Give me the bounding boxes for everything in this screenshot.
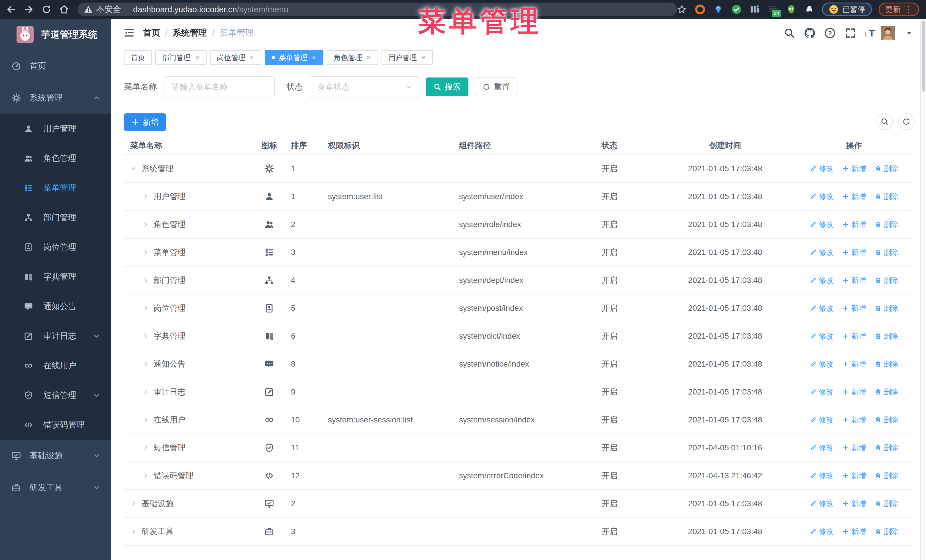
delete-action[interactable]: 删除 — [875, 387, 899, 397]
add-action[interactable]: 新增 — [842, 303, 866, 313]
edit-action[interactable]: 修改 — [810, 499, 834, 509]
sidebar-item-首页[interactable]: 首页 — [0, 50, 111, 82]
add-action[interactable]: 新增 — [842, 443, 866, 453]
menu-name-input[interactable] — [164, 76, 275, 97]
profile-paused-badge[interactable]: 已暂停 — [822, 3, 872, 16]
status-select[interactable]: 菜单状态 — [310, 76, 419, 97]
expand-caret[interactable] — [142, 333, 149, 340]
extension-gem-icon[interactable] — [713, 4, 724, 15]
edit-action[interactable]: 修改 — [810, 220, 834, 229]
extension-columns-icon[interactable] — [749, 4, 761, 15]
add-action[interactable]: 新增 — [842, 359, 866, 369]
user-avatar[interactable] — [881, 24, 895, 42]
expand-caret[interactable] — [142, 305, 149, 312]
add-action[interactable]: 新增 — [842, 527, 866, 537]
delete-action[interactable]: 删除 — [875, 275, 899, 285]
sidebar-item-短信管理[interactable]: 短信管理 — [0, 380, 111, 410]
edit-action[interactable]: 修改 — [810, 164, 834, 174]
expand-caret[interactable] — [142, 472, 149, 479]
edit-action[interactable]: 修改 — [810, 248, 834, 258]
tab-close-icon[interactable] — [366, 55, 371, 60]
expand-caret[interactable] — [130, 165, 137, 172]
add-action[interactable]: 新增 — [842, 220, 866, 229]
search-button[interactable]: 搜索 — [426, 77, 468, 96]
sidebar-item-研发工具[interactable]: 研发工具 — [0, 472, 111, 504]
browser-home-button[interactable] — [57, 3, 71, 16]
expand-caret[interactable] — [142, 249, 149, 256]
add-action[interactable]: 新增 — [842, 471, 866, 481]
edit-action[interactable]: 修改 — [810, 471, 834, 481]
expand-caret[interactable] — [142, 444, 149, 451]
sidebar-item-错误码管理[interactable]: 错误码管理 — [0, 410, 111, 440]
window-scrollbar[interactable] — [920, 19, 926, 560]
tab-岗位管理[interactable]: 岗位管理 — [210, 50, 261, 65]
browser-back-button[interactable] — [5, 3, 18, 16]
sidebar-item-菜单管理[interactable]: 菜单管理 — [0, 173, 111, 203]
sidebar-item-系统管理[interactable]: 系统管理 — [0, 82, 111, 114]
tab-首页[interactable]: 首页 — [124, 50, 152, 65]
tab-close-icon[interactable] — [249, 55, 254, 60]
delete-action[interactable]: 删除 — [875, 303, 899, 313]
expand-caret[interactable] — [142, 388, 149, 395]
extension-bars-icon[interactable]: on — [767, 4, 779, 15]
edit-action[interactable]: 修改 — [810, 192, 834, 202]
delete-action[interactable]: 删除 — [875, 527, 899, 537]
edit-action[interactable]: 修改 — [810, 443, 834, 453]
expand-caret[interactable] — [142, 193, 149, 200]
browser-menu-icon[interactable]: ⋮ — [904, 8, 912, 11]
sidebar-collapse-icon[interactable] — [123, 27, 135, 39]
tab-close-icon[interactable] — [421, 55, 426, 60]
sidebar-item-用户管理[interactable]: 用户管理 — [0, 114, 111, 143]
tab-部门管理[interactable]: 部门管理 — [155, 50, 207, 65]
delete-action[interactable]: 删除 — [875, 248, 899, 258]
fullscreen-icon[interactable] — [844, 19, 856, 47]
delete-action[interactable]: 删除 — [875, 359, 899, 369]
tab-用户管理[interactable]: 用户管理 — [381, 50, 433, 65]
expand-caret[interactable] — [130, 500, 137, 507]
tab-close-icon[interactable] — [195, 55, 200, 60]
delete-action[interactable]: 删除 — [875, 499, 899, 509]
address-bar[interactable]: 不安全 dashboard.yudao.iocoder.cn/system/me… — [77, 3, 677, 16]
add-action[interactable]: 新增 — [842, 331, 866, 341]
delete-action[interactable]: 删除 — [875, 192, 899, 202]
tab-角色管理[interactable]: 角色管理 — [327, 50, 378, 65]
add-action[interactable]: 新增 — [842, 164, 866, 174]
delete-action[interactable]: 删除 — [875, 471, 899, 481]
delete-action[interactable]: 删除 — [875, 164, 899, 174]
expand-caret[interactable] — [142, 221, 149, 228]
expand-caret[interactable] — [130, 528, 137, 535]
header-search-icon[interactable] — [784, 19, 795, 47]
sidebar-item-字典管理[interactable]: 字典管理 — [0, 262, 111, 292]
edit-action[interactable]: 修改 — [810, 527, 834, 537]
sidebar-item-基础设施[interactable]: 基础设施 — [0, 440, 111, 472]
delete-action[interactable]: 删除 — [875, 220, 899, 229]
add-button[interactable]: 新增 — [124, 113, 166, 131]
edit-action[interactable]: 修改 — [810, 415, 834, 425]
scrollbar-thumb[interactable] — [922, 21, 925, 92]
app-logo-row[interactable]: 芋道管理系统 — [0, 19, 111, 50]
sidebar-item-审计日志[interactable]: 审计日志 — [0, 321, 111, 351]
browser-reload-button[interactable] — [40, 3, 53, 16]
font-size-icon[interactable] — [864, 19, 877, 47]
expand-caret[interactable] — [142, 417, 149, 423]
extension-alien-icon[interactable] — [785, 4, 797, 15]
expand-caret[interactable] — [142, 277, 149, 284]
help-icon[interactable] — [824, 19, 836, 47]
extension-check-icon[interactable] — [731, 4, 742, 15]
extension-puzzle-icon[interactable] — [804, 4, 815, 15]
add-action[interactable]: 新增 — [842, 499, 866, 509]
delete-action[interactable]: 删除 — [875, 415, 899, 425]
sidebar-item-岗位管理[interactable]: 岗位管理 — [0, 232, 111, 262]
edit-action[interactable]: 修改 — [810, 359, 834, 369]
sidebar-item-在线用户[interactable]: 在线用户 — [0, 351, 111, 380]
add-action[interactable]: 新增 — [842, 248, 866, 258]
sidebar-item-部门管理[interactable]: 部门管理 — [0, 203, 111, 232]
edit-action[interactable]: 修改 — [810, 387, 834, 397]
add-action[interactable]: 新增 — [842, 192, 866, 202]
breadcrumb-home[interactable]: 首页 — [143, 27, 160, 39]
edit-action[interactable]: 修改 — [810, 331, 834, 341]
extension-donut-icon[interactable] — [694, 4, 706, 15]
avatar-dropdown-icon[interactable] — [905, 19, 913, 47]
edit-action[interactable]: 修改 — [810, 303, 834, 313]
tab-菜单管理[interactable]: 菜单管理 — [265, 50, 324, 65]
